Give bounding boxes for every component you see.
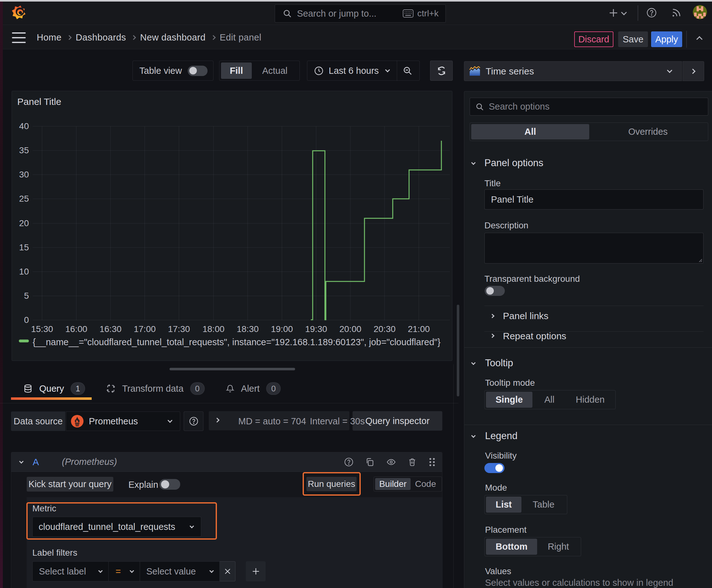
svg-text:19:30: 19:30 [305, 324, 327, 334]
svg-text:20: 20 [19, 218, 29, 228]
svg-text:21:00: 21:00 [408, 324, 430, 334]
svg-text:16:00: 16:00 [65, 324, 87, 334]
svg-text:15: 15 [19, 243, 29, 252]
svg-text:10: 10 [19, 267, 29, 276]
svg-text:20:30: 20:30 [373, 324, 395, 334]
svg-text:20:00: 20:00 [339, 324, 361, 334]
svg-text:0: 0 [24, 315, 29, 325]
svg-text:5: 5 [24, 291, 29, 300]
svg-text:18:30: 18:30 [237, 324, 259, 334]
svg-text:17:00: 17:00 [134, 324, 156, 334]
svg-text:19:00: 19:00 [271, 324, 293, 334]
svg-text:16:30: 16:30 [100, 324, 122, 334]
svg-text:15:30: 15:30 [31, 324, 53, 334]
svg-text:{__name__="cloudflared_tunnel_: {__name__="cloudflared_tunnel_total_requ… [33, 337, 441, 347]
svg-text:40: 40 [19, 121, 29, 131]
svg-text:17:30: 17:30 [168, 324, 190, 334]
svg-text:35: 35 [19, 145, 29, 155]
svg-text:18:00: 18:00 [202, 324, 224, 334]
svg-text:25: 25 [19, 194, 29, 204]
svg-text:30: 30 [19, 170, 29, 180]
